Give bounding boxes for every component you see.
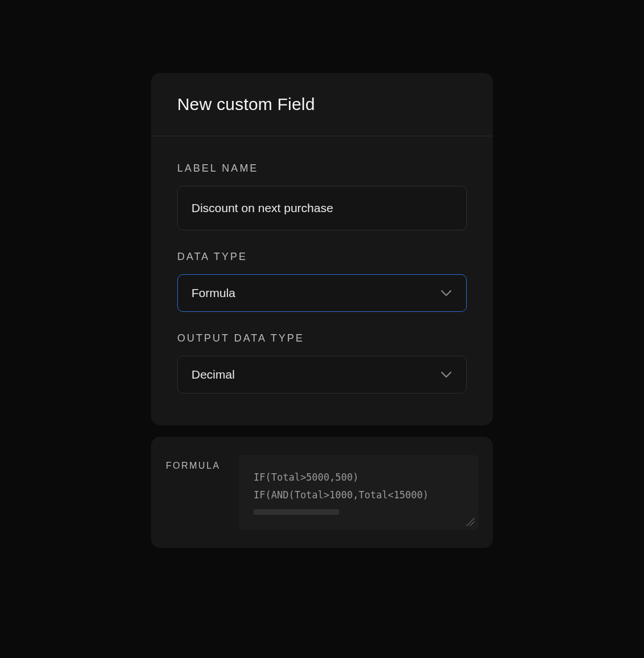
output-data-type-group: OUTPUT DATA TYPE Decimal bbox=[177, 332, 467, 393]
output-data-type-value: Decimal bbox=[191, 368, 235, 381]
data-type-group: DATA TYPE Formula bbox=[177, 251, 467, 312]
label-name-label: LABEL NAME bbox=[177, 163, 467, 174]
dialog-title: New custom Field bbox=[177, 95, 467, 114]
data-type-select[interactable]: Formula bbox=[177, 274, 467, 312]
output-data-type-select[interactable]: Decimal bbox=[177, 356, 467, 393]
dialog-body: LABEL NAME DATA TYPE Formula OUTPUT DATA… bbox=[151, 136, 493, 425]
data-type-label: DATA TYPE bbox=[177, 251, 467, 263]
formula-cursor-placeholder bbox=[254, 509, 339, 515]
new-custom-field-dialog: New custom Field LABEL NAME DATA TYPE Fo… bbox=[151, 73, 493, 425]
label-name-input[interactable] bbox=[177, 186, 467, 230]
chevron-down-icon bbox=[440, 287, 453, 299]
chevron-down-icon bbox=[440, 368, 453, 381]
output-data-type-label: OUTPUT DATA TYPE bbox=[177, 332, 467, 344]
formula-line: IF(AND(Total>1000,Total<15000) bbox=[254, 486, 463, 504]
formula-line: IF(Total>5000,500) bbox=[254, 469, 463, 486]
formula-section: FORMULA IF(Total>5000,500) IF(AND(Total>… bbox=[151, 437, 493, 548]
dialog-header: New custom Field bbox=[151, 73, 493, 136]
label-name-group: LABEL NAME bbox=[177, 163, 467, 230]
formula-label: FORMULA bbox=[166, 455, 223, 471]
formula-editor[interactable]: IF(Total>5000,500) IF(AND(Total>1000,Tot… bbox=[239, 455, 478, 530]
data-type-value: Formula bbox=[191, 286, 235, 300]
resize-handle-icon[interactable] bbox=[464, 516, 475, 526]
